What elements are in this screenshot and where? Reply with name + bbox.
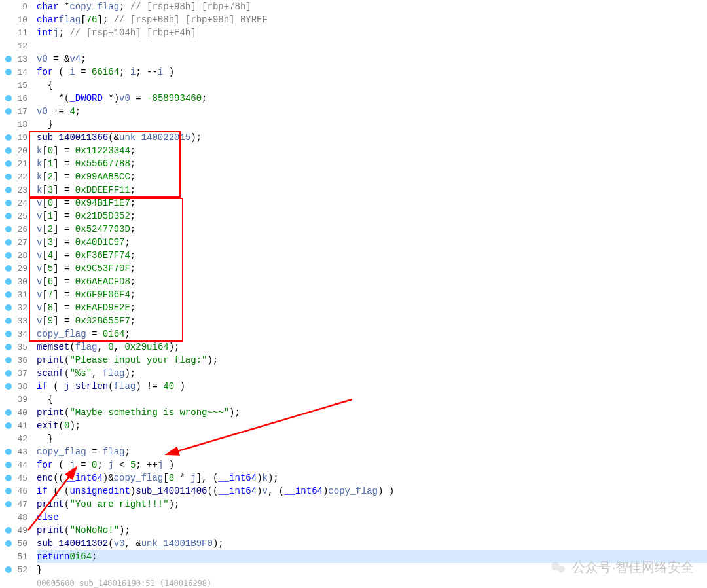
gutter-line[interactable]: 30 — [0, 275, 31, 288]
code-line[interactable]: k[3] = 0xDDEEFF11; — [37, 183, 707, 196]
breakpoint-dot[interactable] — [5, 370, 12, 377]
code-line[interactable]: print("Maybe something is wrong~~~"); — [37, 406, 707, 419]
code-line[interactable]: v[4] = 0xF36E7F74; — [37, 249, 707, 262]
code-line[interactable]: scanf("%s", flag); — [37, 367, 707, 380]
gutter-line[interactable]: 49 — [0, 524, 31, 537]
gutter-line[interactable]: 32 — [0, 301, 31, 314]
breakpoint-dot[interactable] — [5, 409, 12, 416]
code-editor[interactable]: 9101112131415161718192021222324252627282… — [0, 0, 707, 588]
breakpoint-dot[interactable] — [5, 527, 12, 534]
code-line[interactable]: for ( i = 66i64; i; --i ) — [37, 65, 707, 79]
gutter-line[interactable]: 48 — [0, 511, 31, 524]
code-line[interactable]: v[6] = 0x6AEACFD8; — [37, 275, 707, 288]
breakpoint-dot[interactable] — [5, 357, 12, 363]
code-line[interactable]: for ( j = 0; j < 5; ++j ) — [37, 458, 707, 471]
breakpoint-dot[interactable] — [5, 304, 12, 311]
code-line[interactable]: copy_flag = 0i64; — [37, 327, 707, 340]
gutter-line[interactable]: 15 — [0, 79, 31, 92]
code-line[interactable]: copy_flag = flag; — [37, 445, 707, 458]
breakpoint-dot[interactable] — [5, 187, 12, 193]
code-content[interactable]: char *copy_flag; // [rsp+98h] [rbp+78h] … — [31, 0, 707, 588]
code-line[interactable]: sub_140011366(&unk_140022015); — [37, 131, 707, 144]
code-line[interactable]: v[1] = 0x21D5D352; — [37, 210, 707, 223]
breakpoint-dot[interactable] — [5, 540, 12, 547]
code-line[interactable]: v[7] = 0x6F9F06F4; — [37, 288, 707, 301]
code-line[interactable]: } — [37, 118, 707, 131]
gutter-line[interactable]: 20 — [0, 144, 31, 157]
gutter-line[interactable]: 42 — [0, 432, 31, 445]
breakpoint-dot[interactable] — [5, 200, 12, 206]
code-line[interactable]: char *copy_flag; // [rsp+98h] [rbp+78h] — [37, 0, 707, 13]
gutter-line[interactable]: 18 — [0, 118, 31, 131]
code-line[interactable]: int j; // [rsp+104h] [rbp+E4h] — [37, 26, 707, 39]
gutter-line[interactable]: 51 — [0, 550, 31, 563]
gutter-line[interactable]: 36 — [0, 354, 31, 367]
breakpoint-dot[interactable] — [5, 318, 12, 324]
code-line[interactable]: if ( j_strlen(flag) != 40 ) — [37, 380, 707, 393]
breakpoint-dot[interactable] — [5, 252, 12, 259]
breakpoint-dot[interactable] — [5, 69, 12, 75]
code-line[interactable]: print("NoNoNo!"); — [37, 524, 707, 537]
gutter-line[interactable]: 31 — [0, 288, 31, 301]
gutter-line[interactable]: 35 — [0, 340, 31, 354]
code-line[interactable]: exit(0); — [37, 419, 707, 432]
gutter-line[interactable]: 41 — [0, 419, 31, 432]
code-line[interactable]: v0 += 4; — [37, 105, 707, 118]
code-line[interactable]: v[0] = 0x94B1F1E7; — [37, 196, 707, 210]
code-line[interactable]: k[1] = 0x55667788; — [37, 157, 707, 170]
code-line[interactable]: v[2] = 0x5247793D; — [37, 223, 707, 236]
breakpoint-dot[interactable] — [5, 383, 12, 390]
gutter-line[interactable]: 27 — [0, 236, 31, 249]
gutter-line[interactable]: 14 — [0, 65, 31, 79]
breakpoint-dot[interactable] — [5, 501, 12, 507]
gutter-line[interactable]: 40 — [0, 406, 31, 419]
gutter-line[interactable]: 26 — [0, 223, 31, 236]
code-line[interactable] — [37, 39, 707, 52]
code-line[interactable]: print("You are right!!!"); — [37, 498, 707, 511]
breakpoint-dot[interactable] — [5, 56, 12, 62]
breakpoint-dot[interactable] — [5, 291, 12, 298]
gutter-line[interactable]: 52 — [0, 563, 31, 576]
gutter-line[interactable]: 24 — [0, 196, 31, 210]
code-line[interactable]: if ( (unsigned int)sub_140011406((__int6… — [37, 485, 707, 498]
breakpoint-dot[interactable] — [5, 344, 12, 350]
code-line[interactable]: memset(flag, 0, 0x29ui64); — [37, 340, 707, 354]
gutter-line[interactable]: 45 — [0, 471, 31, 485]
breakpoint-dot[interactable] — [5, 449, 12, 455]
code-line[interactable]: enc((__int64)&copy_flag[8 * j], (__int64… — [37, 471, 707, 485]
breakpoint-dot[interactable] — [5, 213, 12, 219]
breakpoint-dot[interactable] — [5, 278, 12, 285]
gutter-line[interactable]: 19 — [0, 131, 31, 144]
code-line[interactable]: v[9] = 0x32B655F7; — [37, 314, 707, 327]
code-line[interactable]: v[8] = 0xEAFD9E2E; — [37, 301, 707, 314]
gutter-line[interactable]: 43 — [0, 445, 31, 458]
gutter-line[interactable]: 44 — [0, 458, 31, 471]
gutter-line[interactable]: 22 — [0, 170, 31, 183]
code-line[interactable]: v[3] = 0x40D1C97; — [37, 236, 707, 249]
gutter-line[interactable]: 9 — [0, 0, 31, 13]
breakpoint-dot[interactable] — [5, 462, 12, 468]
gutter-line[interactable]: 17 — [0, 105, 31, 118]
code-line[interactable]: v[5] = 0x9C53F70F; — [37, 262, 707, 275]
breakpoint-dot[interactable] — [5, 160, 12, 167]
gutter-line[interactable]: 28 — [0, 249, 31, 262]
breakpoint-dot[interactable] — [5, 265, 12, 272]
breakpoint-dot[interactable] — [5, 147, 12, 154]
breakpoint-dot[interactable] — [5, 134, 12, 141]
gutter-line[interactable]: 50 — [0, 537, 31, 550]
code-line[interactable]: v0 = &v4; — [37, 52, 707, 65]
breakpoint-dot[interactable] — [5, 108, 12, 115]
gutter-line[interactable]: 13 — [0, 52, 31, 65]
gutter-line[interactable]: 10 — [0, 13, 31, 26]
code-line[interactable]: sub_140011302(v3, &unk_14001B9F0); — [37, 537, 707, 550]
breakpoint-dot[interactable] — [5, 331, 12, 337]
gutter-line[interactable]: 23 — [0, 183, 31, 196]
gutter-line[interactable]: 25 — [0, 210, 31, 223]
code-line[interactable]: print("Please input your flag:"); — [37, 354, 707, 367]
code-line[interactable]: { — [37, 393, 707, 406]
gutter-line[interactable]: 34 — [0, 327, 31, 340]
breakpoint-dot[interactable] — [5, 239, 12, 246]
code-line[interactable]: k[0] = 0x11223344; — [37, 144, 707, 157]
code-line[interactable]: *(_DWORD *)v0 = -858993460; — [37, 92, 707, 105]
breakpoint-dot[interactable] — [5, 475, 12, 481]
